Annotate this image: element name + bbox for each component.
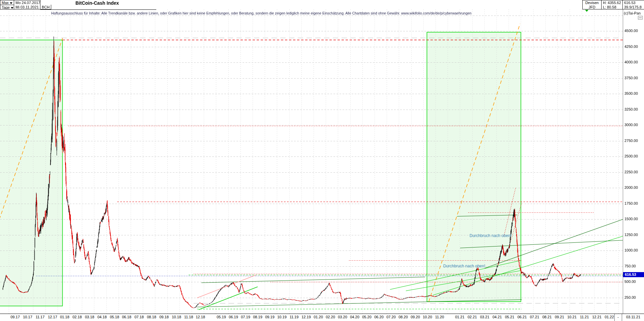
x-axis-label: 09.18	[159, 315, 169, 319]
y-axis-label: 4250.00	[624, 45, 638, 49]
x-axis: 09.1710.1711.1712.1701.1802.1803.1804.18…	[0, 314, 644, 321]
x-axis-label: 02.18	[72, 315, 82, 319]
x-axis-label: 08.19	[253, 315, 262, 319]
period-dropdown[interactable]: Tage	[0, 5, 14, 9]
y-axis-label: 1250.00	[624, 233, 638, 237]
x-axis-label: 09.21	[555, 315, 564, 319]
date-from-field[interactable]: Mo 24.07.2017	[14, 0, 40, 5]
y-axis-label: 3250.00	[624, 107, 638, 111]
current-price-tag: 616.53	[623, 272, 644, 277]
x-axis-label: 05.21	[505, 315, 514, 319]
range-value: 39.9/175.8	[622, 5, 644, 9]
x-axis-label: 10.19	[277, 315, 287, 319]
x-axis-label: 11.17	[36, 315, 45, 319]
x-axis-label: 04.18	[97, 315, 107, 319]
x-axis-label: 04.21	[492, 315, 502, 319]
range-dropdown-label: Max	[2, 1, 9, 5]
chevron-down-icon	[11, 7, 13, 9]
x-axis-label: 07.19	[241, 315, 250, 319]
x-axis-label: 12.19	[301, 315, 311, 319]
period-dropdown-label: Tage	[2, 5, 10, 9]
x-axis-label: 08.20	[398, 315, 408, 319]
disclaimer-text: Haftungsausschluss für Inhalte: Alle Tre…	[51, 11, 472, 15]
y-axis-label: 4000.00	[624, 60, 638, 64]
x-axis-label: 12.17	[48, 315, 57, 319]
taipan-chart-window: Max Tage Mo 24.07.2017 Mi 03.11.2021 BCH…	[0, 0, 644, 321]
broker-label: JFD	[582, 5, 601, 9]
x-axis-label: 12.18	[196, 315, 205, 319]
x-axis-label: 07.21	[530, 315, 539, 319]
market-label: Devisen	[582, 0, 601, 5]
y-axis-label: 3750.00	[624, 76, 638, 80]
x-axis-label: 01.21	[455, 315, 464, 319]
x-axis-label: 02.20	[326, 315, 335, 319]
x-axis-label: 12.21	[592, 315, 602, 319]
x-axis-label: 10.18	[172, 315, 181, 319]
y-axis-label: 1750.00	[624, 201, 638, 205]
x-axis-label: 03.21	[480, 315, 489, 319]
x-axis-label: 03.18	[85, 315, 94, 319]
x-axis-label: 10.21	[567, 315, 577, 319]
copyright-label: (c)Tai-Pan	[624, 11, 641, 15]
x-axis-label: 10.17	[23, 315, 32, 319]
date-to-field[interactable]: Mi 03.11.2021	[14, 5, 40, 9]
x-axis-label: 02.21	[468, 315, 477, 319]
symbol-field[interactable]: BCH	[40, 5, 51, 9]
axis-dash-label: -	[617, 315, 619, 319]
y-axis-label: 750.00	[624, 264, 636, 268]
y-axis-label: 2750.00	[624, 139, 638, 143]
y-axis-label: 1000.00	[624, 248, 638, 252]
x-axis-label: 01.20	[314, 315, 323, 319]
trend-up-marker-icon	[585, 10, 588, 12]
y-axis-label: 500.00	[624, 280, 636, 284]
last-date-label: 03.11.21	[626, 315, 640, 319]
breakout-annotation-2: Durchbruch nach oben!	[443, 264, 485, 268]
chevron-down-icon	[10, 2, 12, 4]
x-axis-label: 05.19	[217, 315, 226, 319]
x-axis-label: 08.21	[542, 315, 552, 319]
x-axis-label: 09.17	[10, 315, 20, 319]
y-axis-label: 2500.00	[624, 154, 638, 158]
x-axis-label: 01.18	[60, 315, 69, 319]
axis-separator	[614, 314, 615, 321]
x-axis-label: 05.20	[362, 315, 372, 319]
x-axis-label: 06.18	[122, 315, 131, 319]
range-dropdown[interactable]: Max	[0, 0, 14, 5]
x-axis-label: 06.20	[374, 315, 384, 319]
chart-title: BitCoin-Cash Index	[75, 0, 119, 6]
x-axis-label: 08.18	[147, 315, 156, 319]
axis-separator	[622, 314, 622, 321]
x-axis-label: 07.20	[386, 315, 396, 319]
x-axis-label: 06.21	[517, 315, 527, 319]
y-axis-label: 4500.00	[624, 29, 638, 33]
y-axis-label: 1500.00	[624, 217, 638, 221]
y-axis-label: 3000.00	[624, 123, 638, 127]
x-axis-label: 11.18	[184, 315, 193, 319]
y-axis-label: 2000.00	[624, 185, 638, 189]
y-axis-label: 2250.00	[624, 170, 638, 174]
low-value: L: 80.58	[601, 5, 622, 9]
x-axis-label: 05.18	[110, 315, 119, 319]
y-axis-label: 3500.00	[624, 91, 638, 95]
breakout-annotation-1: Durchbruch nach oben!	[470, 233, 512, 238]
x-axis-label: 09.19	[265, 315, 275, 319]
x-axis-label: 01.22	[605, 315, 614, 319]
x-axis-label: 11.21	[580, 315, 589, 319]
minimize-icon[interactable]	[638, 16, 643, 20]
x-axis-label: 10.20	[423, 315, 432, 319]
y-axis-label: 250.00	[624, 295, 636, 299]
x-axis-label: 07.18	[134, 315, 144, 319]
x-axis-label: 03.20	[338, 315, 347, 319]
x-axis-label: 09.20	[411, 315, 420, 319]
candlestick-chart-canvas[interactable]	[0, 0, 644, 321]
x-axis-label: 11.19	[290, 315, 299, 319]
last-price-value: 616.53	[622, 0, 644, 5]
x-axis-label: 06.19	[229, 315, 238, 319]
x-axis-label: 11.20	[435, 315, 444, 319]
high-value: H: 4355.62	[601, 0, 622, 5]
x-axis-label: 04.20	[350, 315, 359, 319]
